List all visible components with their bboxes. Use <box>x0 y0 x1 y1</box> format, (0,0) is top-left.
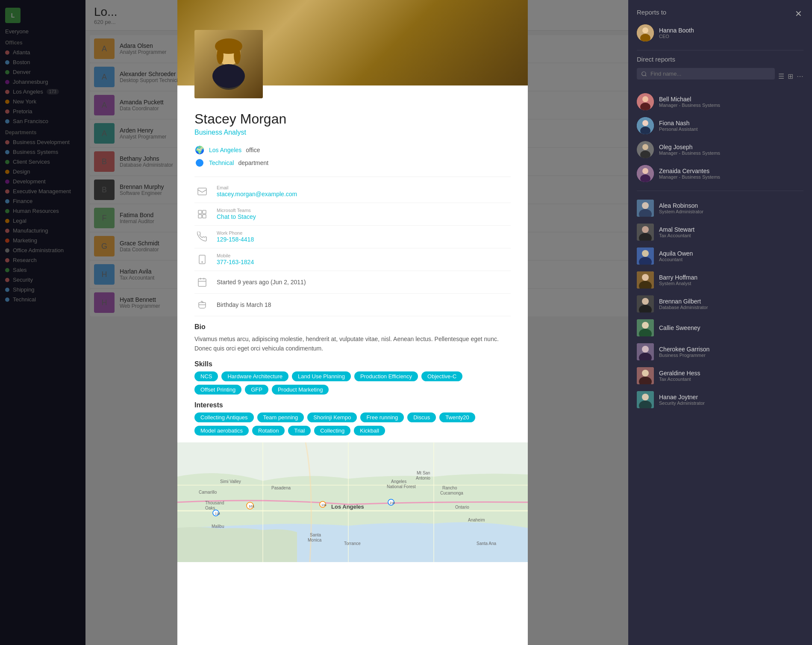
svg-text:Pasadena: Pasadena <box>271 486 291 490</box>
list-item[interactable]: Cherokee Garrison Business Programmer <box>637 340 803 364</box>
skill-tag[interactable]: NCS <box>194 371 218 381</box>
mobile-row: Mobile 377-163-1824 <box>194 248 511 271</box>
direct-report-item[interactable]: Zenaida Cervantes Manager - Business Sys… <box>637 162 803 186</box>
skill-tag-hardware[interactable]: Hardware Architecture <box>221 371 288 381</box>
profile-modal: Stacey Morgan Business Analyst 🌍 Los Ang… <box>177 0 528 645</box>
svg-point-88 <box>642 322 649 329</box>
interest-tag-shorinji[interactable]: Shorinji Kempo <box>307 412 357 422</box>
right-panel: ✕ Reports to Hanna Booth CEO Direct repo… <box>628 0 812 645</box>
interest-tag-trial[interactable]: Trial <box>288 426 311 436</box>
map-container: Los Angeles Simi Valley Camarillo Thousa… <box>177 442 528 562</box>
skill-tag-productmktg[interactable]: Product Marketing <box>272 385 329 395</box>
department-suffix: department <box>238 159 268 166</box>
list-item[interactable]: Brennan Gilbert Database Administrator <box>637 292 803 316</box>
interest-tag-discus[interactable]: Discus <box>407 412 436 422</box>
svg-point-79 <box>642 250 649 257</box>
report-role: Manager - Business Systems <box>659 174 720 180</box>
report-avatar <box>637 165 654 182</box>
svg-point-67 <box>642 144 648 150</box>
skills-section-title: Skills <box>194 360 511 368</box>
profile-job-title: Business Analyst <box>194 129 511 136</box>
svg-point-9 <box>196 159 203 167</box>
phone-label: Work Phone <box>217 230 254 236</box>
direct-report-item[interactable]: Fiona Nash Personal Assistant <box>637 114 803 138</box>
interest-tag-rotation[interactable]: Rotation <box>252 426 285 436</box>
svg-point-64 <box>642 120 648 126</box>
reports-to-manager[interactable]: Hanna Booth CEO <box>637 21 803 45</box>
skill-tag-objectivec[interactable]: Objective-C <box>421 371 462 381</box>
close-button[interactable]: ✕ <box>791 7 805 21</box>
work-phone-value[interactable]: 129-158-4418 <box>217 236 254 243</box>
office-link[interactable]: Los Angeles <box>209 147 241 153</box>
list-view-icon[interactable]: ☰ <box>778 72 784 80</box>
report-name: Fiona Nash <box>659 120 698 127</box>
report-avatar <box>637 93 654 110</box>
list-item[interactable]: Barry Hoffman System Analyst <box>637 268 803 292</box>
interests-container: Collecting Antiques Team penning Shorinj… <box>194 412 511 436</box>
report-name: Zenaida Cervantes <box>659 168 720 174</box>
interest-tag-model-aero[interactable]: Model aerobatics <box>194 426 249 436</box>
svg-text:Ontario: Ontario <box>455 505 469 510</box>
interest-tag-collecting[interactable]: Collecting <box>314 426 350 436</box>
svg-text:Angeles: Angeles <box>391 479 406 484</box>
interest-tag-free-running[interactable]: Free running <box>360 412 404 422</box>
more-options-icon[interactable]: ⋯ <box>797 72 803 80</box>
birthday-icon <box>194 297 210 312</box>
person-name: Barry Hoffman <box>659 274 697 281</box>
avatar <box>637 319 654 336</box>
direct-report-item[interactable]: Bell Michael Manager - Business Systems <box>637 90 803 114</box>
email-row: Email stacey.morgan@example.com <box>194 180 511 203</box>
list-item[interactable]: Alea Robinson System Administrator <box>637 196 803 220</box>
person-role: System Administrator <box>659 209 703 214</box>
skill-tag-offset[interactable]: Offset Printing <box>194 385 241 395</box>
phone-icon <box>194 229 210 244</box>
manager-name: Hanna Booth <box>659 27 694 34</box>
svg-rect-17 <box>198 279 206 286</box>
svg-text:Anaheim: Anaheim <box>468 518 485 522</box>
skill-tag-production[interactable]: Production Efficiency <box>354 371 418 381</box>
person-name: Alea Robinson <box>659 202 703 209</box>
interest-tag-kickball[interactable]: Kickball <box>354 426 385 436</box>
department-link[interactable]: Technical <box>209 159 234 166</box>
person-role: Security Administrator <box>659 401 705 406</box>
teams-row: Microsoft Teams Chat to Stacey <box>194 203 511 226</box>
svg-point-76 <box>642 226 649 233</box>
search-bar <box>637 68 775 80</box>
globe-icon: 🌍 <box>194 145 205 155</box>
list-item[interactable]: Amal Stewart Tax Accountant <box>637 220 803 244</box>
profile-meta: 🌍 Los Angeles office Technical departmen… <box>194 145 511 168</box>
svg-point-16 <box>202 262 203 262</box>
manager-role: CEO <box>659 34 694 39</box>
svg-text:210: 210 <box>390 501 395 504</box>
started-value: Started 9 years ago (Jun 2, 2011) <box>217 279 306 286</box>
list-item[interactable]: Hanae Joytner Security Administrator <box>637 388 803 412</box>
profile-hero <box>177 0 528 85</box>
teams-icon <box>194 206 210 222</box>
direct-report-item[interactable]: Oleg Joseph Manager - Business Systems <box>637 138 803 162</box>
mobile-value[interactable]: 377-163-1824 <box>217 259 254 265</box>
svg-point-70 <box>642 168 648 174</box>
svg-point-94 <box>642 370 649 377</box>
svg-point-73 <box>642 202 649 209</box>
profile-avatar-image <box>194 30 263 98</box>
teams-label: Microsoft Teams <box>217 208 256 213</box>
teams-chat-link[interactable]: Chat to Stacey <box>217 213 256 220</box>
person-role: Database Administrator <box>659 305 708 310</box>
svg-text:Mt San: Mt San <box>417 471 430 475</box>
started-row: Started 9 years ago (Jun 2, 2011) <box>194 271 511 294</box>
interest-tag-team-penning[interactable]: Team penning <box>257 412 304 422</box>
list-item[interactable]: Aquila Owen Accountant <box>637 244 803 268</box>
grid-view-icon[interactable]: ⊞ <box>788 72 793 80</box>
skill-tag-land[interactable]: Land Use Planning <box>292 371 351 381</box>
email-value[interactable]: stacey.morgan@example.com <box>217 191 297 197</box>
interest-tag-collecting-antiques[interactable]: Collecting Antiques <box>194 412 254 422</box>
search-input[interactable] <box>650 71 771 77</box>
skill-tag-gfp[interactable]: GFP <box>245 385 268 395</box>
svg-rect-12 <box>203 210 206 214</box>
person-name: Callie Sweeney <box>659 324 700 331</box>
reports-to-label: Reports to <box>637 9 803 16</box>
interest-tag-twenty20[interactable]: Twenty20 <box>439 412 475 422</box>
list-item[interactable]: Geraldine Hess Tax Accountant <box>637 364 803 388</box>
list-item[interactable]: Callie Sweeney <box>637 316 803 340</box>
svg-text:Cucamonga: Cucamonga <box>440 491 463 495</box>
